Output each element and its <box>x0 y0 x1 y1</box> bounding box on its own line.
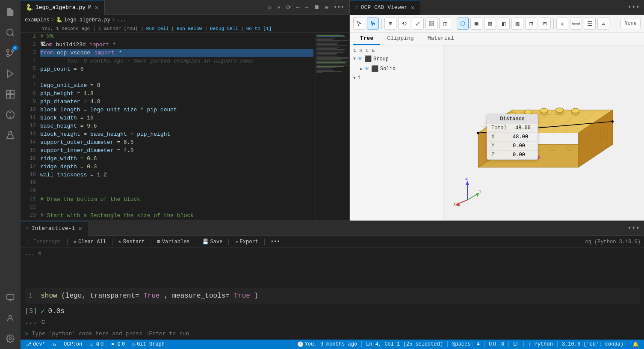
viewer-select-btn[interactable] <box>367 18 379 30</box>
sb-branch[interactable]: ⎇ dev* <box>24 341 47 348</box>
sb-run[interactable]: ▷ Git Graph <box>131 341 166 348</box>
tab-tree[interactable]: Tree <box>353 33 380 45</box>
code-line-18: wall_thickness = 1.2 <box>40 171 313 179</box>
sb-bell[interactable]: 🔔 <box>631 341 641 348</box>
sb-sep3 <box>484 341 484 347</box>
sb-ocp[interactable]: OCP:on <box>62 341 84 347</box>
interrupt-btn[interactable]: Interrupt <box>24 238 64 246</box>
terminal-input[interactable] <box>32 330 640 337</box>
sb-eol[interactable]: LF <box>511 341 521 347</box>
svg-rect-77 <box>27 240 31 244</box>
interrupt-icon[interactable]: ⏹ <box>312 2 321 12</box>
tree-item-solid[interactable]: ▶ 👁 ⬛ Solid <box>350 64 443 74</box>
sb-spaces[interactable]: Spaces: 4 <box>450 341 482 347</box>
terminal-tab-close[interactable]: ✕ <box>77 224 83 233</box>
editor-tab-lego-algebra[interactable]: 🐍 lego_algebra.py M ✕ <box>21 0 105 15</box>
viewer-explode-btn[interactable]: ✳ <box>556 18 568 30</box>
term-line-num: 1 <box>28 292 37 300</box>
code-content[interactable]: # %% 🏗om build123d import * from ocp_vsc… <box>38 33 315 221</box>
terminal-more-btn[interactable]: ••• <box>627 224 644 232</box>
viewer-inner: ⊞ ⟲ ⤢ ◫ ⬡ ▣ ▧ ◧ ▨ ⊡ ⊟ <box>350 15 644 221</box>
variables-btn[interactable]: ⊞ Variables <box>155 238 192 246</box>
sb-position[interactable]: Ln 4, Col 1 (25 selected) <box>364 341 445 347</box>
distance-val-x: 48.00 <box>513 134 528 140</box>
viewer-pointer-btn[interactable] <box>353 18 365 30</box>
viewer-bottom-btn[interactable]: ⊟ <box>539 18 551 30</box>
source-control-icon[interactable]: 6 <box>0 43 21 63</box>
run-cell-link[interactable]: Run Cell <box>146 26 169 31</box>
debug-cell-link[interactable]: Debug Cell <box>210 26 238 31</box>
remote-icon[interactable] <box>0 287 21 308</box>
export-btn[interactable]: ↗ Export <box>232 238 260 246</box>
terminal-run-btn[interactable]: ▷ <box>25 330 28 337</box>
viewer-left-btn[interactable]: ◧ <box>498 18 510 30</box>
files-icon[interactable] <box>0 2 21 22</box>
terminal-more-actions[interactable]: ••• <box>268 238 283 246</box>
viewer-right-btn[interactable]: ▨ <box>511 18 523 30</box>
code-line-7: lego_unit_size = 8 <box>40 81 313 89</box>
viewer-angle-btn[interactable]: ∠ <box>597 18 609 30</box>
tab-clipping[interactable]: Clipping <box>380 33 420 45</box>
viewer-iso-btn[interactable]: ⬡ <box>457 18 469 30</box>
viewer-top-btn[interactable]: ⊡ <box>525 18 537 30</box>
sb-timestamp[interactable]: 🕐 You, 9 months ago <box>295 341 359 348</box>
eye-icon-solid[interactable]: 👁 <box>364 66 369 72</box>
breadcrumb-filename[interactable]: lego_algebra.py <box>64 17 110 23</box>
viewer-fit-btn[interactable]: ⤢ <box>412 18 424 30</box>
viewer-list-btn[interactable]: ☰ <box>584 18 596 30</box>
viewer-grid-btn[interactable]: ⊞ <box>384 18 396 30</box>
restart-icon[interactable]: ⟳ <box>284 2 293 13</box>
viewer-tab-close[interactable]: ✕ <box>410 3 415 12</box>
viewport-3d[interactable]: Distance Total 48.00 X 48.00 Y <box>444 45 644 221</box>
sb-warnings[interactable]: ⚑ 0 0 <box>109 341 127 348</box>
sb-python-version[interactable]: 3.10.6 ('cq': conda) <box>560 341 625 347</box>
testing-icon[interactable] <box>0 125 21 146</box>
ocp-viewer-panel: ≡ OCP CAD Viewer ✕ ••• ⊞ <box>350 0 644 221</box>
viewer-measure-btn[interactable]: ⟺ <box>570 18 582 30</box>
distance-row-y: Y 0.00 <box>487 142 538 151</box>
run-debug-icon[interactable] <box>0 63 21 84</box>
save-btn[interactable]: 💾 Save <box>200 238 225 246</box>
jupyter-icon[interactable] <box>0 104 21 125</box>
more-icon[interactable]: ••• <box>332 2 346 12</box>
viewer-axes-btn[interactable]: ⟲ <box>398 18 410 30</box>
tree-item-i[interactable]: ▼ i <box>350 74 443 82</box>
svg-marker-5 <box>8 70 13 78</box>
redo-icon[interactable]: → <box>303 2 310 12</box>
viewer-front-btn[interactable]: ▣ <box>470 18 482 30</box>
run-dropdown[interactable]: ▾ <box>275 2 282 13</box>
activity-bar: 6 <box>0 0 21 349</box>
viewer-more-btn[interactable]: ••• <box>623 3 644 11</box>
sb-sync[interactable]: ↻ <box>51 341 58 348</box>
sb-language[interactable]: ↕ Python <box>526 341 555 347</box>
run-button[interactable]: ▷ <box>267 2 274 13</box>
viewer-ortho-btn[interactable]: ◫ <box>439 18 451 30</box>
clear-all-btn[interactable]: ✕ Clear All <box>71 238 109 246</box>
code-line-14: support_outer_diameter = 6.5 <box>40 138 313 146</box>
accounts-icon[interactable] <box>0 308 21 328</box>
breadcrumb-ellipsis[interactable]: ... <box>117 17 126 23</box>
tab-material[interactable]: Material <box>421 33 461 45</box>
restart-btn[interactable]: ↻ Restart <box>116 238 148 246</box>
editor-tab-close[interactable]: ✕ <box>94 3 99 12</box>
goto-link[interactable]: Go to [1] <box>246 26 272 31</box>
search-icon[interactable] <box>0 22 21 43</box>
terminal-tab-interactive[interactable]: ≡ Interactive-1 ✕ <box>21 221 88 236</box>
breadcrumb-examples[interactable]: examples <box>25 17 50 23</box>
undo-icon[interactable]: ← <box>295 2 301 12</box>
editor-tab-label: lego_algebra.py <box>35 4 86 11</box>
eye-icon-group[interactable]: 👁 <box>357 56 363 62</box>
sb-encoding[interactable]: UTF-8 <box>487 341 506 347</box>
extensions-icon[interactable] <box>0 84 21 104</box>
viewer-back-btn[interactable]: ▧ <box>484 18 496 30</box>
viewer-tab[interactable]: ≡ OCP CAD Viewer ✕ <box>350 0 420 15</box>
viewer-menu-icon: ≡ <box>355 4 358 11</box>
split-icon[interactable]: ⊟ <box>323 2 330 13</box>
tree-item-group[interactable]: ▼ 👁 ⬛ Group <box>350 54 443 64</box>
sb-errors[interactable]: ⚠ 0 0 <box>88 341 105 348</box>
run-below-link[interactable]: Run Below <box>177 26 202 31</box>
viewer-none-btn[interactable]: None <box>620 19 641 28</box>
viewer-perspective-btn[interactable] <box>425 18 437 30</box>
settings-icon[interactable] <box>0 328 21 349</box>
term-code-block: 1 show (lego, transparent= True , measur… <box>25 288 640 304</box>
